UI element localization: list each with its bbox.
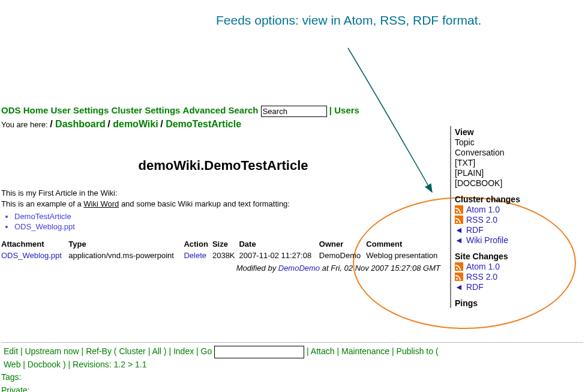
search-input[interactable] (261, 106, 327, 117)
publish-docbook-link[interactable]: Docbook (28, 360, 61, 369)
cluster-atom-link[interactable]: Atom 1.0 (466, 205, 500, 214)
col-date: Date (239, 238, 319, 250)
go-label: Go (201, 346, 212, 356)
sidebar-pings-heading: Pings (455, 298, 573, 308)
col-action: Action (184, 238, 212, 250)
rdf-icon: ◄ (455, 282, 463, 292)
col-type: Type (68, 238, 184, 250)
private-label: Private: (1, 385, 29, 392)
col-owner: Owner (319, 238, 366, 250)
annotation-text: Feeds options: view in Atom, RSS, RDF fo… (216, 12, 481, 29)
attachment-link[interactable]: ODS_Weblog.ppt (1, 251, 62, 260)
sidebar-view-topic[interactable]: Topic (455, 137, 573, 147)
publish-label: Publish to (397, 346, 433, 356)
list-item[interactable]: DemoTestArticle (14, 212, 71, 221)
rss-icon (455, 262, 463, 271)
refby-all-link[interactable]: All (152, 346, 161, 356)
top-nav: ODS Home User Settings Cluster Settings … (1, 105, 587, 117)
attachment-date: 2007-11-02 11:27:08 (239, 250, 319, 261)
body-line-2: This is an example of a Wiki Word and so… (1, 199, 445, 208)
wiki-list: DemoTestArticle ODS_Weblog.ppt (14, 212, 445, 231)
attachment-size: 2038K (212, 250, 239, 261)
modified-user-link[interactable]: DemoDemo (278, 264, 320, 273)
revisions-link[interactable]: Revisions: 1.2 > 1.1 (73, 360, 146, 369)
main-content: demoWiki.DemoTestArticle This is my Firs… (1, 131, 445, 273)
upstream-link[interactable]: Upstream now (25, 346, 79, 356)
col-attachment: Attachment (1, 238, 68, 250)
sidebar-cluster-heading: Cluster changes (455, 194, 573, 204)
rss-icon (455, 216, 463, 224)
nav-advanced-search[interactable]: Advanced Search (183, 105, 259, 115)
maintenance-link[interactable]: Maintenance (341, 346, 389, 356)
breadcrumb: You are here: / Dashboard / demoWiki / D… (1, 119, 241, 130)
attachment-owner: DemoDemo (319, 250, 366, 261)
tags-label: Tags: (1, 372, 21, 382)
refby-cluster-link[interactable]: Cluster (119, 346, 145, 356)
sidebar-view-plain[interactable]: [PLAIN] (455, 168, 573, 178)
sidebar-view-docbook[interactable]: [DOCBOOK] (455, 178, 573, 188)
bottom-toolbar: Edit | Upstream now | Ref-By ( Cluster |… (1, 342, 583, 392)
publish-web-link[interactable]: Web (4, 360, 21, 369)
sidebar-view-heading: View (455, 127, 573, 137)
attachment-type: application/vnd.ms-powerpoint (68, 250, 184, 261)
sidebar-site-heading: Site Changes (455, 252, 573, 261)
wiki-word: Wiki Word (83, 199, 119, 208)
breadcrumb-dashboard[interactable]: Dashboard (55, 119, 106, 129)
separator: | (329, 105, 334, 115)
rdf-icon: ◄ (455, 225, 463, 235)
nav-user-settings[interactable]: User Settings (51, 105, 109, 115)
attachments-table: Attachment Type Action Size Date Owner C… (1, 238, 445, 261)
refby-label: Ref-By (86, 346, 112, 356)
cluster-rss-link[interactable]: RSS 2.0 (466, 215, 497, 225)
sidebar-view-conversation[interactable]: Conversation (455, 148, 573, 157)
table-header-row: Attachment Type Action Size Date Owner C… (1, 238, 445, 250)
table-row: ODS_Weblog.ppt application/vnd.ms-powerp… (1, 250, 445, 261)
rss-icon (455, 273, 463, 281)
sidebar-view-txt[interactable]: [TXT] (455, 158, 573, 167)
site-rdf-link[interactable]: RDF (466, 282, 484, 292)
attachment-comment: Weblog presentation (366, 250, 445, 261)
go-input[interactable] (214, 346, 304, 358)
index-link[interactable]: Index (173, 346, 194, 356)
rdf-icon: ◄ (455, 235, 463, 245)
modified-line: Modified by DemoDemo at Fri, 02 Nov 2007… (1, 264, 440, 273)
delete-link[interactable]: Delete (184, 251, 206, 260)
site-rss-link[interactable]: RSS 2.0 (466, 272, 497, 282)
rss-icon (455, 205, 463, 214)
nav-users[interactable]: Users (334, 105, 359, 115)
attach-link[interactable]: Attach (311, 346, 335, 356)
sidebar: View Topic Conversation [TXT] [PLAIN] [D… (450, 126, 573, 308)
breadcrumb-label: You are here: (1, 120, 48, 129)
page-title: demoWiki.DemoTestArticle (1, 158, 445, 173)
nav-ods-home[interactable]: ODS Home (1, 105, 48, 115)
cluster-rdf-link[interactable]: RDF (466, 225, 484, 235)
body-line-1: This is my First Article in the Wiki: (1, 188, 445, 198)
edit-link[interactable]: Edit (4, 346, 18, 356)
col-comment: Comment (366, 238, 445, 250)
nav-cluster-settings[interactable]: Cluster Settings (111, 105, 180, 115)
breadcrumb-wiki[interactable]: demoWiki (113, 119, 158, 129)
col-size: Size (212, 238, 239, 250)
wiki-profile-link[interactable]: Wiki Profile (466, 235, 508, 245)
site-atom-link[interactable]: Atom 1.0 (466, 262, 500, 271)
breadcrumb-article[interactable]: DemoTestArticle (166, 119, 241, 129)
list-item[interactable]: ODS_Weblog.ppt (14, 222, 75, 231)
